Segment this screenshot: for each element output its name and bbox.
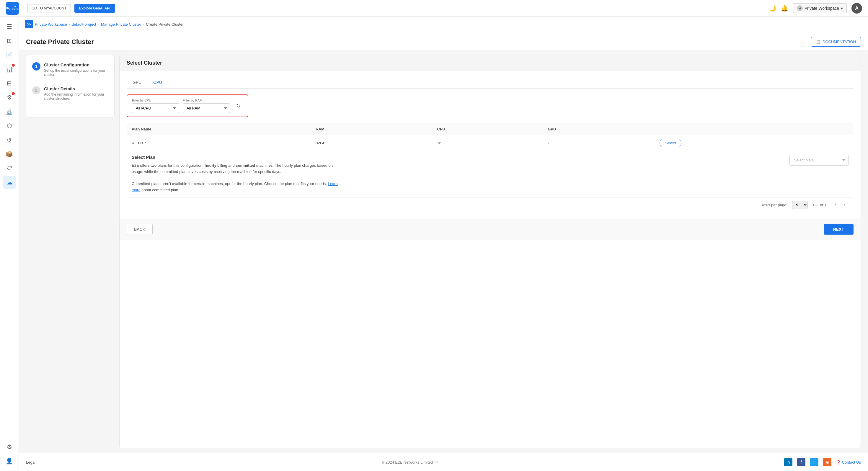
cell-select: Select — [655, 135, 853, 151]
footer-right: in f 🐦 ◉ ❓ Contact Us — [784, 458, 861, 466]
documentation-button[interactable]: 📋 DOCUMENTATION — [811, 37, 861, 46]
cell-plan-name: ∧ C3.7 — [127, 135, 311, 151]
top-bar-left: TIR AI PLATFORM GO TO MYACCOUNT Explore … — [6, 2, 115, 15]
chevron-down-icon: ▾ — [841, 6, 843, 11]
sidebar-item-lab[interactable]: 🔬 — [3, 105, 16, 118]
panel-title: Select Cluster — [127, 60, 854, 66]
tab-bar: GPU CPU — [127, 77, 854, 89]
logo-area: TIR AI PLATFORM — [6, 2, 19, 15]
select-plan-title: Select Plan — [132, 155, 338, 160]
tab-cpu[interactable]: CPU — [147, 77, 168, 88]
sidebar-item-registry[interactable]: 📦 — [3, 148, 16, 161]
expand-icon[interactable]: ∧ — [132, 141, 135, 145]
breadcrumb-project[interactable]: default-project — [72, 22, 96, 27]
cell-cpu: 16 — [433, 135, 543, 151]
content-area: ≫ Private Workspace › default-project › … — [19, 17, 868, 471]
pagination-info: 1–1 of 1 — [812, 203, 826, 207]
page-header: Create Private Cluster 📋 DOCUMENTATION — [19, 32, 868, 50]
sidebar-item-cluster[interactable]: ⚙ — [3, 91, 16, 104]
workspace-dropdown[interactable]: 🖥 Private Workspace ▾ — [793, 3, 847, 13]
cell-gpu: - — [543, 135, 655, 151]
breadcrumb-sep-2: › — [98, 22, 99, 27]
cell-ram: 32GB — [311, 135, 432, 151]
sidebar: ☰ ⊞ 📄 📊 ⊟ ⚙ 🔬 ⬡ ↺ 📦 🛡 ☁ ⚙ 👤 — [0, 17, 19, 471]
step-2-desc: Add the remaining information for your c… — [44, 92, 108, 101]
plan-desc-cell: Select Plan E2E offers two plans for thi… — [127, 151, 854, 197]
logo: TIR AI PLATFORM — [6, 2, 19, 15]
plan-desc-row: Select Plan E2E offers two plans for thi… — [127, 151, 854, 197]
step-layout: 1 Cluster Configuration Set up the initi… — [19, 50, 868, 453]
facebook-icon[interactable]: f — [797, 458, 805, 466]
select-plan-button[interactable]: Select — [659, 139, 681, 147]
help-icon: ❓ — [836, 460, 841, 465]
prev-page-button[interactable]: ‹ — [831, 201, 839, 209]
footer: Legal © 2024 E2E Networks Limited ™ in f… — [19, 453, 868, 471]
cluster-badge — [12, 92, 15, 95]
notifications-button[interactable]: 🔔 — [781, 5, 788, 12]
filter-ram-select[interactable]: All RAM 8GB 16GB 32GB 64GB 128GB — [183, 103, 230, 113]
next-button[interactable]: NEXT — [824, 224, 854, 234]
step-2-item: 2 Cluster Details Add the remaining info… — [32, 86, 108, 101]
breadcrumb-workspace[interactable]: Private Workspace — [35, 22, 67, 27]
doc-icon: 📋 — [816, 39, 821, 44]
sidebar-item-charts[interactable]: 📊 — [3, 63, 16, 75]
genai-button[interactable]: Explore GenAI API — [74, 4, 115, 13]
step-2-content: Cluster Details Add the remaining inform… — [44, 86, 108, 101]
filter-row: Filter by CPU All vCPU 2 vCPU 4 vCPU 8 v… — [127, 94, 248, 117]
table-header-row: Plan Name RAM CPU GPU — [127, 123, 854, 135]
sidebar-item-settings[interactable]: ⚙ — [3, 440, 16, 453]
sidebar-item-table[interactable]: ⊟ — [3, 77, 16, 90]
sidebar-item-pipeline[interactable]: ↺ — [3, 133, 16, 146]
rows-per-page-select[interactable]: 5 10 25 — [792, 201, 808, 209]
col-gpu: GPU — [543, 123, 655, 135]
filter-cpu-select[interactable]: All vCPU 2 vCPU 4 vCPU 8 vCPU 16 vCPU 32… — [132, 103, 179, 113]
col-plan-name: Plan Name — [127, 123, 311, 135]
sidebar-item-documents[interactable]: 📄 — [3, 49, 16, 61]
workspace-icon: 🖥 — [797, 5, 803, 11]
filter-cpu-label: Filter by CPU — [132, 99, 179, 102]
step-1-desc: Set up the initial configurations for yo… — [44, 68, 108, 77]
panel-body: GPU CPU Filter by CPU All vCPU 2 vCPU 4 … — [120, 71, 861, 219]
tab-gpu[interactable]: GPU — [127, 77, 147, 88]
table-row: ∧ C3.7 32GB 16 - Select — [127, 135, 854, 151]
filter-ram-label: Filter by RAM — [183, 99, 230, 102]
filter-cpu-group: Filter by CPU All vCPU 2 vCPU 4 vCPU 8 v… — [132, 99, 179, 113]
main-panel: Select Cluster GPU CPU Filter by CPU — [119, 55, 861, 448]
step-1-content: Cluster Configuration Set up the initial… — [44, 62, 108, 77]
breadcrumb-toggle[interactable]: ≫ — [25, 20, 33, 28]
plan-description: E2E offers two plans for this configurat… — [132, 163, 338, 193]
footer-left: Legal — [26, 460, 35, 465]
breadcrumb-current: Create Private Cluster — [146, 22, 184, 27]
myaccount-button[interactable]: GO TO MYACCOUNT — [27, 4, 71, 12]
dark-mode-button[interactable]: 🌙 — [769, 5, 776, 12]
step-1-title: Cluster Configuration — [44, 62, 108, 67]
sidebar-item-nodes[interactable]: ⬡ — [3, 119, 16, 132]
avatar-button[interactable]: A — [851, 3, 862, 13]
legal-link[interactable]: Legal — [26, 460, 35, 465]
back-button[interactable]: BACK — [127, 224, 153, 235]
refresh-button[interactable]: ↻ — [234, 101, 243, 111]
cluster-table: Plan Name RAM CPU GPU ∧ — [127, 123, 854, 197]
linkedin-icon[interactable]: in — [784, 458, 793, 466]
top-bar-right: 🌙 🔔 🖥 Private Workspace ▾ A — [769, 3, 862, 13]
col-cpu: CPU — [433, 123, 543, 135]
twitter-icon[interactable]: 🐦 — [810, 458, 818, 466]
breadcrumb-manage[interactable]: Manage Private Cluster — [101, 22, 141, 27]
footer-center: © 2024 E2E Networks Limited ™ — [382, 460, 438, 465]
pagination-nav: ‹ › — [831, 201, 849, 209]
step-2-title: Cluster Details — [44, 86, 108, 91]
sidebar-item-cloud[interactable]: ☁ — [3, 176, 16, 189]
sidebar-item-menu[interactable]: ☰ — [3, 20, 16, 33]
sidebar-item-account[interactable]: 👤 — [3, 454, 16, 467]
action-row: BACK NEXT — [120, 219, 861, 240]
contact-us-link[interactable]: ❓ Contact Us — [836, 460, 861, 465]
sidebar-item-dashboard[interactable]: ⊞ — [3, 34, 16, 47]
sidebar-item-security[interactable]: 🛡 — [3, 162, 16, 175]
rss-icon[interactable]: ◉ — [823, 458, 831, 466]
next-page-button[interactable]: › — [841, 201, 849, 209]
top-bar: TIR AI PLATFORM GO TO MYACCOUNT Explore … — [0, 0, 868, 17]
col-ram: RAM — [311, 123, 432, 135]
pagination-row: Rows per page: 5 10 25 1–1 of 1 ‹ › — [127, 197, 854, 213]
filter-ram-group: Filter by RAM All RAM 8GB 16GB 32GB 64GB… — [183, 99, 230, 113]
plan-dropdown[interactable]: Select plan. Hourly Committed — [789, 155, 848, 165]
